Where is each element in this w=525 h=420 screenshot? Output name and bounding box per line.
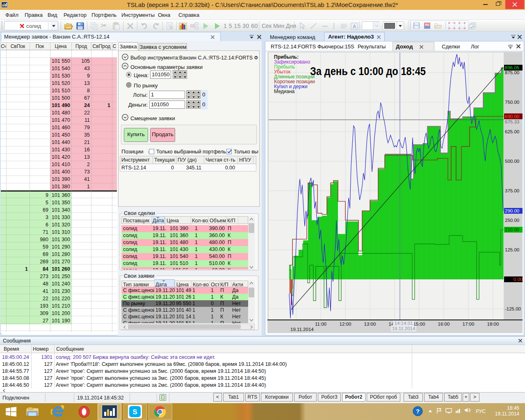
svg-text:690.00: 690.00 xyxy=(505,114,519,119)
svg-text:896.05: 896.05 xyxy=(505,65,519,70)
svg-text:12:00: 12:00 xyxy=(340,322,352,326)
svg-text:S: S xyxy=(132,408,137,416)
svg-text:?: ? xyxy=(416,408,420,415)
svg-text:0.00: 0.00 xyxy=(514,277,523,282)
svg-text:875.00: 875.00 xyxy=(505,70,519,75)
svg-text:За день с 10:00 до 18:45: За день с 10:00 до 18:45 xyxy=(310,65,426,78)
svg-text:16:00: 16:00 xyxy=(438,322,450,326)
svg-text:11:00: 11:00 xyxy=(315,322,326,326)
svg-text:-125.00: -125.00 xyxy=(505,306,521,311)
svg-text:675.33: 675.33 xyxy=(505,119,519,124)
svg-text:19.11.2014: 19.11.2014 xyxy=(290,327,314,332)
svg-text:18:00: 18:00 xyxy=(487,322,499,326)
svg-text:500.00: 500.00 xyxy=(505,159,519,164)
svg-text:RS: RS xyxy=(425,23,429,26)
svg-text:19.11.2014: 19.11.2014 xyxy=(392,326,415,331)
svg-text:A: A xyxy=(353,24,356,30)
svg-text:290.00: 290.00 xyxy=(505,208,519,213)
svg-text:125.00: 125.00 xyxy=(505,247,519,252)
svg-text:13:00: 13:00 xyxy=(364,322,376,326)
svg-text:14:14:31: 14:14:31 xyxy=(395,321,413,326)
svg-text:375.00: 375.00 xyxy=(505,188,519,193)
svg-text:Медиана: Медиана xyxy=(274,89,295,94)
svg-text:750.00: 750.00 xyxy=(505,100,519,105)
svg-text:250.00: 250.00 xyxy=(505,218,519,223)
svg-text:625.00: 625.00 xyxy=(505,129,519,134)
svg-text:17:00: 17:00 xyxy=(463,322,475,326)
svg-text:210.00: 210.00 xyxy=(505,227,519,232)
